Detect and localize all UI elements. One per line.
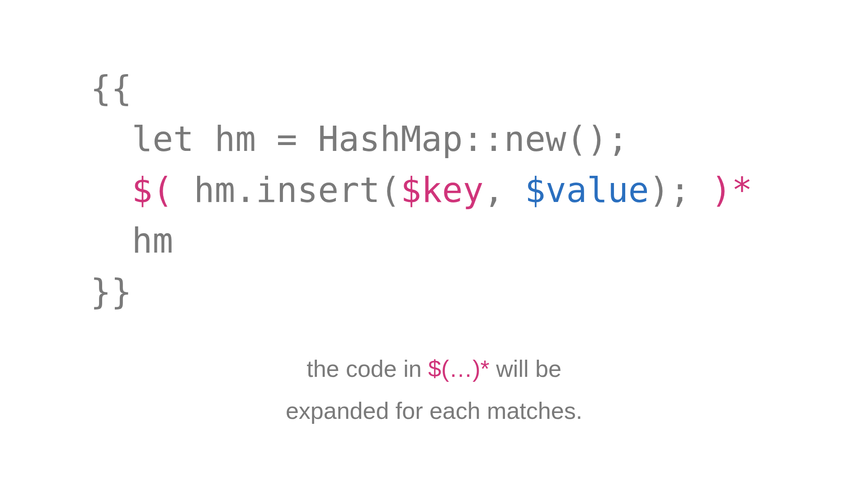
code-macro-close: )* — [711, 170, 753, 210]
code-key-var: $key — [401, 170, 483, 210]
slide: {{ let hm = HashMap::new(); $( hm.insert… — [0, 0, 868, 488]
code-line-2-indent — [90, 119, 132, 159]
code-line-2: let hm = HashMap::new(); — [132, 119, 628, 159]
caption-pre: the code in — [307, 356, 428, 382]
code-insert-prefix: hm.insert( — [173, 170, 401, 210]
caption-line-2: expanded for each matches. — [286, 398, 582, 424]
code-insert-close: ); — [649, 170, 711, 210]
code-comma: , — [483, 170, 525, 210]
code-line-1: {{ — [90, 68, 132, 108]
code-macro-open: $( — [132, 170, 174, 210]
code-block: {{ let hm = HashMap::new(); $( hm.insert… — [90, 63, 752, 317]
code-value-var: $value — [525, 170, 649, 210]
caption-highlight: $(…)* — [428, 356, 490, 382]
code-line-4: hm — [132, 221, 174, 261]
caption: the code in $(…)* will be expanded for e… — [0, 348, 868, 432]
caption-post: will be — [490, 356, 561, 382]
code-line-5: }} — [90, 272, 132, 312]
code-line-3-indent — [90, 170, 132, 210]
code-line-4-indent — [90, 221, 132, 261]
